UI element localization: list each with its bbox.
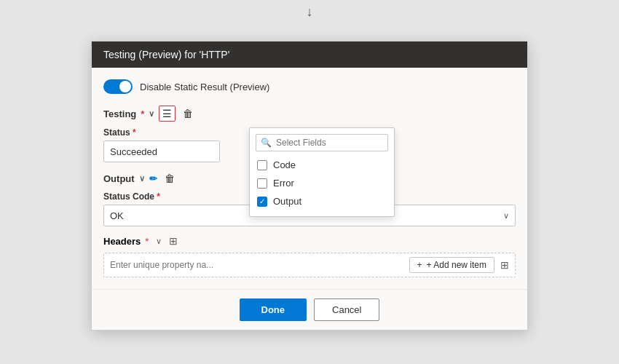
down-arrow-icon: ↓ (307, 4, 313, 20)
static-result-toggle[interactable] (103, 79, 133, 94)
testing-delete-button[interactable]: 🗑 (180, 106, 196, 121)
dropdown-search-input[interactable] (276, 138, 383, 148)
dropdown-item-code[interactable]: Code (250, 156, 394, 174)
checkbox-error[interactable] (257, 178, 267, 189)
dropdown-search-icon: 🔍 (261, 138, 272, 148)
dropdown-popup: 🔍 Code Error ✓ Output (249, 127, 395, 217)
dialog-header: Testing (Preview) for 'HTTP' (92, 41, 527, 68)
checkbox-output[interactable]: ✓ (257, 197, 267, 207)
cancel-button[interactable]: Cancel (314, 298, 379, 321)
dialog: Testing (Preview) for 'HTTP' Disable Sta… (91, 41, 528, 331)
headers-section-label: Headers * ∨ ⊞ (103, 235, 516, 247)
output-delete-button[interactable]: 🗑 (162, 171, 178, 186)
headers-required-star: * (145, 236, 149, 247)
dropdown-item-output[interactable]: ✓ Output (250, 192, 394, 210)
status-field-group: Status * 🔍 Code (103, 127, 516, 162)
toggle-row: Disable Static Result (Preview) (103, 79, 516, 94)
dropdown-code-label: Code (273, 159, 296, 170)
toggle-label: Disable Static Result (Preview) (140, 82, 269, 92)
testing-required-star: * (141, 108, 144, 119)
headers-copy-icon[interactable]: ⊞ (169, 235, 178, 247)
dropdown-error-label: Error (273, 178, 294, 189)
dialog-footer: Done Cancel (92, 289, 527, 330)
status-code-chevron[interactable]: ∨ (497, 207, 515, 224)
output-edit-icon[interactable]: ✏ (149, 173, 157, 184)
done-button[interactable]: Done (240, 298, 307, 321)
output-chevron-icon[interactable]: ∨ (139, 174, 145, 183)
output-label-text: Output (103, 173, 135, 184)
plus-icon: + (417, 260, 422, 270)
checkbox-code[interactable] (257, 160, 267, 170)
testing-section-label: Testing * ∨ ☰ 🗑 (103, 106, 516, 122)
list-view-button[interactable]: ☰ (159, 106, 176, 122)
status-input[interactable] (103, 141, 220, 162)
headers-chevron-icon[interactable]: ∨ (156, 237, 162, 246)
headers-row-copy-icon[interactable]: ⊞ (500, 259, 509, 271)
page-wrapper: ↓ Testing (Preview) for 'HTTP' Disable S… (0, 0, 619, 364)
headers-property-input[interactable] (110, 260, 403, 270)
dropdown-search-box[interactable]: 🔍 (256, 134, 388, 151)
status-required-star: * (133, 127, 136, 138)
dropdown-item-error[interactable]: Error (250, 174, 394, 192)
headers-label-text: Headers (103, 236, 141, 247)
dialog-title: Testing (Preview) for 'HTTP' (103, 49, 229, 60)
status-code-required-star: * (157, 191, 160, 202)
testing-chevron-icon[interactable]: ∨ (149, 109, 154, 119)
headers-input-row: + + Add new item ⊞ (103, 253, 516, 277)
add-new-item-button[interactable]: + + Add new item (409, 257, 494, 273)
dropdown-output-label: Output (273, 196, 301, 207)
add-item-label: + Add new item (427, 260, 486, 270)
dialog-body: Disable Static Result (Preview) Testing … (92, 68, 527, 289)
testing-label-text: Testing (103, 108, 136, 119)
